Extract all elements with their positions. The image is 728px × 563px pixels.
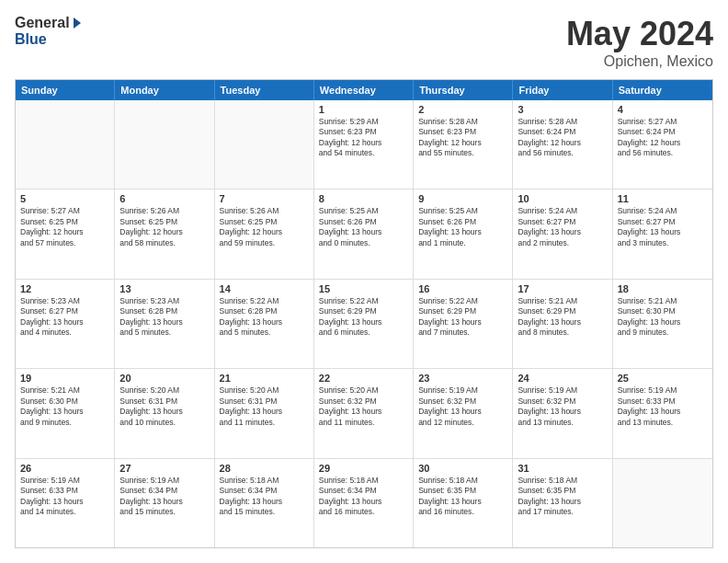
calendar-cell: 27Sunrise: 5:19 AM Sunset: 6:34 PM Dayli… xyxy=(115,459,214,547)
weekday-header-tuesday: Tuesday xyxy=(215,80,314,100)
day-number: 5 xyxy=(20,193,109,204)
cell-text: Sunrise: 5:19 AM Sunset: 6:32 PM Dayligh… xyxy=(518,385,607,428)
calendar-cell: 10Sunrise: 5:24 AM Sunset: 6:27 PM Dayli… xyxy=(513,190,612,278)
day-number: 15 xyxy=(319,283,408,294)
calendar: SundayMondayTuesdayWednesdayThursdayFrid… xyxy=(15,79,713,548)
calendar-cell: 4Sunrise: 5:27 AM Sunset: 6:24 PM Daylig… xyxy=(613,100,712,189)
cell-text: Sunrise: 5:22 AM Sunset: 6:29 PM Dayligh… xyxy=(418,296,507,339)
day-number: 17 xyxy=(518,283,607,294)
day-number: 24 xyxy=(518,373,607,384)
calendar-cell: 15Sunrise: 5:22 AM Sunset: 6:29 PM Dayli… xyxy=(314,280,414,368)
cell-text: Sunrise: 5:19 AM Sunset: 6:33 PM Dayligh… xyxy=(20,476,109,518)
calendar-cell: 12Sunrise: 5:23 AM Sunset: 6:27 PM Dayli… xyxy=(16,280,115,368)
cell-text: Sunrise: 5:19 AM Sunset: 6:33 PM Dayligh… xyxy=(618,385,708,428)
day-number: 26 xyxy=(20,463,109,474)
cell-text: Sunrise: 5:28 AM Sunset: 6:23 PM Dayligh… xyxy=(418,117,507,159)
day-number: 18 xyxy=(618,283,708,294)
day-number: 11 xyxy=(618,193,708,204)
cell-text: Sunrise: 5:21 AM Sunset: 6:30 PM Dayligh… xyxy=(618,296,708,339)
title-block: May 2024 Opichen, Mexico xyxy=(566,15,713,70)
day-number: 9 xyxy=(418,193,507,204)
calendar-cell xyxy=(16,100,115,189)
cell-text: Sunrise: 5:18 AM Sunset: 6:35 PM Dayligh… xyxy=(518,476,607,518)
cell-text: Sunrise: 5:19 AM Sunset: 6:32 PM Dayligh… xyxy=(418,385,507,428)
weekday-header-thursday: Thursday xyxy=(414,80,513,100)
day-number: 7 xyxy=(220,193,309,204)
cell-text: Sunrise: 5:20 AM Sunset: 6:31 PM Dayligh… xyxy=(119,385,209,428)
calendar-cell: 24Sunrise: 5:19 AM Sunset: 6:32 PM Dayli… xyxy=(513,369,612,457)
day-number: 1 xyxy=(319,104,408,115)
day-number: 31 xyxy=(518,463,607,474)
page: General Blue May 2024 Opichen, Mexico Su… xyxy=(0,0,728,563)
cell-text: Sunrise: 5:24 AM Sunset: 6:27 PM Dayligh… xyxy=(618,206,708,248)
day-number: 13 xyxy=(119,283,209,294)
day-number: 23 xyxy=(418,373,507,384)
day-number: 12 xyxy=(20,283,109,294)
calendar-cell xyxy=(115,100,214,189)
calendar-cell: 22Sunrise: 5:20 AM Sunset: 6:32 PM Dayli… xyxy=(314,369,414,457)
calendar-cell: 9Sunrise: 5:25 AM Sunset: 6:26 PM Daylig… xyxy=(414,190,513,278)
calendar-cell: 26Sunrise: 5:19 AM Sunset: 6:33 PM Dayli… xyxy=(16,459,115,547)
day-number: 8 xyxy=(319,193,408,204)
day-number: 30 xyxy=(418,463,507,474)
calendar-cell: 21Sunrise: 5:20 AM Sunset: 6:31 PM Dayli… xyxy=(215,369,314,457)
calendar-cell: 30Sunrise: 5:18 AM Sunset: 6:35 PM Dayli… xyxy=(414,459,513,547)
day-number: 28 xyxy=(220,463,309,474)
cell-text: Sunrise: 5:22 AM Sunset: 6:29 PM Dayligh… xyxy=(319,296,408,339)
calendar-cell xyxy=(613,459,712,547)
cell-text: Sunrise: 5:25 AM Sunset: 6:26 PM Dayligh… xyxy=(319,206,408,248)
day-number: 4 xyxy=(618,104,708,115)
calendar-cell: 25Sunrise: 5:19 AM Sunset: 6:33 PM Dayli… xyxy=(613,369,712,457)
calendar-cell: 11Sunrise: 5:24 AM Sunset: 6:27 PM Dayli… xyxy=(613,190,712,278)
calendar-cell: 17Sunrise: 5:21 AM Sunset: 6:29 PM Dayli… xyxy=(513,280,612,368)
cell-text: Sunrise: 5:26 AM Sunset: 6:25 PM Dayligh… xyxy=(119,206,209,248)
cell-text: Sunrise: 5:25 AM Sunset: 6:26 PM Dayligh… xyxy=(418,206,507,248)
calendar-cell: 8Sunrise: 5:25 AM Sunset: 6:26 PM Daylig… xyxy=(314,190,414,278)
logo-general-text: General xyxy=(15,15,70,31)
cell-text: Sunrise: 5:23 AM Sunset: 6:27 PM Dayligh… xyxy=(20,296,109,339)
day-number: 3 xyxy=(518,104,607,115)
location-title: Opichen, Mexico xyxy=(566,53,713,70)
cell-text: Sunrise: 5:23 AM Sunset: 6:28 PM Dayligh… xyxy=(119,296,209,339)
cell-text: Sunrise: 5:22 AM Sunset: 6:28 PM Dayligh… xyxy=(220,296,309,339)
cell-text: Sunrise: 5:20 AM Sunset: 6:32 PM Dayligh… xyxy=(319,385,408,428)
cell-text: Sunrise: 5:19 AM Sunset: 6:34 PM Dayligh… xyxy=(119,476,209,518)
weekday-header-wednesday: Wednesday xyxy=(314,80,414,100)
weekday-header-saturday: Saturday xyxy=(613,80,712,100)
cell-text: Sunrise: 5:28 AM Sunset: 6:24 PM Dayligh… xyxy=(518,117,607,159)
calendar-row-2: 12Sunrise: 5:23 AM Sunset: 6:27 PM Dayli… xyxy=(16,280,712,369)
calendar-cell: 23Sunrise: 5:19 AM Sunset: 6:32 PM Dayli… xyxy=(414,369,513,457)
month-title: May 2024 xyxy=(566,15,713,53)
day-number: 19 xyxy=(20,373,109,384)
day-number: 16 xyxy=(418,283,507,294)
calendar-row-0: 1Sunrise: 5:29 AM Sunset: 6:23 PM Daylig… xyxy=(16,100,712,190)
cell-text: Sunrise: 5:21 AM Sunset: 6:30 PM Dayligh… xyxy=(20,385,109,428)
day-number: 27 xyxy=(119,463,209,474)
calendar-cell: 5Sunrise: 5:27 AM Sunset: 6:25 PM Daylig… xyxy=(16,190,115,278)
day-number: 6 xyxy=(119,193,209,204)
calendar-cell: 18Sunrise: 5:21 AM Sunset: 6:30 PM Dayli… xyxy=(613,280,712,368)
calendar-cell: 31Sunrise: 5:18 AM Sunset: 6:35 PM Dayli… xyxy=(513,459,612,547)
calendar-cell: 14Sunrise: 5:22 AM Sunset: 6:28 PM Dayli… xyxy=(215,280,314,368)
day-number: 2 xyxy=(418,104,507,115)
cell-text: Sunrise: 5:18 AM Sunset: 6:35 PM Dayligh… xyxy=(418,476,507,518)
cell-text: Sunrise: 5:20 AM Sunset: 6:31 PM Dayligh… xyxy=(220,385,309,428)
cell-text: Sunrise: 5:29 AM Sunset: 6:23 PM Dayligh… xyxy=(319,117,408,159)
calendar-header: SundayMondayTuesdayWednesdayThursdayFrid… xyxy=(16,80,712,100)
calendar-cell: 20Sunrise: 5:20 AM Sunset: 6:31 PM Dayli… xyxy=(115,369,214,457)
weekday-header-sunday: Sunday xyxy=(16,80,115,100)
calendar-cell: 29Sunrise: 5:18 AM Sunset: 6:34 PM Dayli… xyxy=(314,459,414,547)
calendar-cell: 7Sunrise: 5:26 AM Sunset: 6:25 PM Daylig… xyxy=(215,190,314,278)
calendar-cell: 19Sunrise: 5:21 AM Sunset: 6:30 PM Dayli… xyxy=(16,369,115,457)
calendar-cell: 28Sunrise: 5:18 AM Sunset: 6:34 PM Dayli… xyxy=(215,459,314,547)
day-number: 14 xyxy=(220,283,309,294)
cell-text: Sunrise: 5:27 AM Sunset: 6:24 PM Dayligh… xyxy=(618,117,708,159)
day-number: 10 xyxy=(518,193,607,204)
calendar-cell: 3Sunrise: 5:28 AM Sunset: 6:24 PM Daylig… xyxy=(513,100,612,189)
calendar-cell xyxy=(215,100,314,189)
cell-text: Sunrise: 5:18 AM Sunset: 6:34 PM Dayligh… xyxy=(220,476,309,518)
calendar-cell: 13Sunrise: 5:23 AM Sunset: 6:28 PM Dayli… xyxy=(115,280,214,368)
day-number: 21 xyxy=(220,373,309,384)
logo-arrow-icon xyxy=(74,17,81,29)
logo-blue-text: Blue xyxy=(15,31,81,48)
